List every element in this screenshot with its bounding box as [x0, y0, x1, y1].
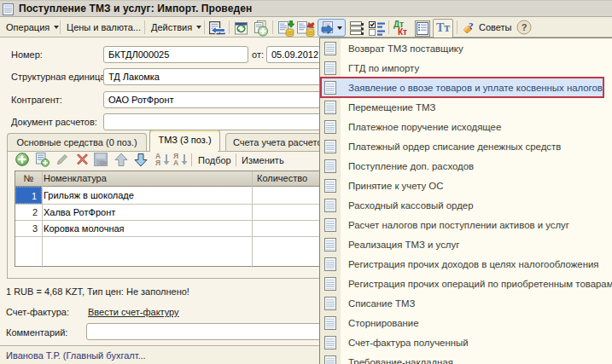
svg-text:?: ? [469, 21, 474, 31]
svg-text:?: ? [522, 22, 527, 32]
svg-text:OK: OK [100, 160, 108, 166]
